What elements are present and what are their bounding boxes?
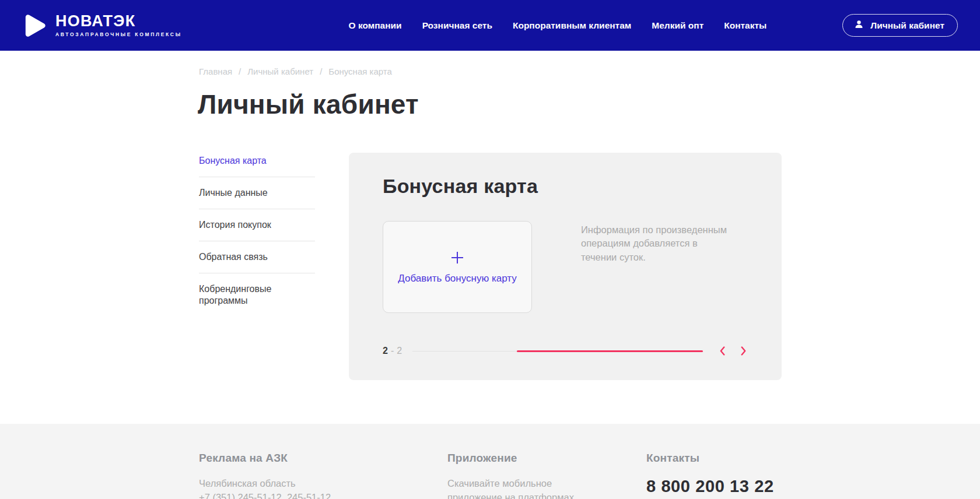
footer-contacts-phone[interactable]: 8 800 200 13 22 (646, 477, 980, 496)
pager-total: 2 (397, 346, 402, 356)
footer-app-title: Приложение (447, 452, 646, 465)
breadcrumb-separator: / (239, 66, 241, 76)
panel-title: Бонусная карта (383, 175, 749, 198)
page-title: Личный кабинет (198, 91, 980, 118)
bonus-card-panel: Бонусная карта Добавить бонусную карту И… (349, 153, 782, 380)
footer-ads-region: Челябинская область (199, 477, 447, 491)
user-icon (854, 19, 864, 31)
card-row: Добавить бонусную карту Информация по пр… (383, 221, 749, 313)
content-area: Бонусная карта Личные данные История пок… (199, 153, 980, 380)
sidebar-item-purchase-history[interactable]: История покупок (199, 209, 315, 241)
logo[interactable]: НОВАТЭК АВТОЗАПРАВОЧНЫЕ КОМПЛЕКСЫ (21, 12, 182, 39)
breadcrumb: Главная / Личный кабинет / Бонусная карт… (199, 66, 980, 76)
main-nav: О компании Розничная сеть Корпоративным … (349, 20, 767, 31)
chevron-right-icon[interactable] (736, 344, 750, 358)
sidebar-item-bonus-card[interactable]: Бонусная карта (199, 153, 315, 177)
breadcrumb-home[interactable]: Главная (199, 66, 232, 76)
top-header: НОВАТЭК АВТОЗАПРАВОЧНЫЕ КОМПЛЕКСЫ О комп… (0, 0, 980, 51)
account-button[interactable]: Личный кабинет (842, 14, 958, 37)
footer-ads-title: Реклама на АЗК (199, 452, 447, 465)
sidebar-item-personal-data[interactable]: Личные данные (199, 177, 315, 209)
pager-progress-fill (517, 350, 703, 352)
footer-column-contacts: Контакты 8 800 200 13 22 (646, 452, 980, 496)
pager-counter: 2 - 2 (383, 346, 402, 356)
card-pager: 2 - 2 (383, 344, 750, 358)
operations-info-text: Информация по произведенным операциям до… (581, 223, 732, 264)
logo-text: НОВАТЭК АВТОЗАПРАВОЧНЫЕ КОМПЛЕКСЫ (55, 13, 182, 37)
breadcrumb-account[interactable]: Личный кабинет (247, 66, 313, 76)
account-button-label: Личный кабинет (870, 20, 944, 31)
pager-separator: - (391, 346, 394, 356)
footer-app-line-1: Скачивайте мобильное (447, 477, 646, 491)
nav-item-wholesale[interactable]: Мелкий опт (652, 20, 704, 31)
page-footer: Реклама на АЗК Челябинская область +7 (3… (0, 424, 980, 499)
breadcrumb-bonus-card[interactable]: Бонусная карта (328, 66, 392, 76)
footer-column-ads: Реклама на АЗК Челябинская область +7 (3… (199, 452, 447, 499)
account-sidebar: Бонусная карта Личные данные История пок… (199, 153, 349, 317)
add-bonus-card-label: Добавить бонусную карту (398, 273, 516, 284)
nav-item-retail[interactable]: Розничная сеть (422, 20, 492, 31)
play-triangle-icon (21, 12, 47, 39)
pager-current: 2 (383, 346, 388, 356)
pager-progress (412, 350, 703, 352)
plus-icon (450, 250, 465, 265)
footer-contacts-title: Контакты (646, 452, 980, 465)
nav-item-about[interactable]: О компании (349, 20, 402, 31)
footer-ads-phone: +7 (351) 245-51-12, 245-51-12 (199, 491, 447, 499)
add-bonus-card-tile[interactable]: Добавить бонусную карту (383, 221, 532, 313)
breadcrumb-separator: / (320, 66, 322, 76)
nav-item-contacts[interactable]: Контакты (724, 20, 766, 31)
nav-item-corporate[interactable]: Корпоративным клиентам (513, 20, 631, 31)
sidebar-item-feedback[interactable]: Обратная связь (199, 241, 315, 273)
footer-column-app: Приложение Скачивайте мобильное приложен… (447, 452, 646, 499)
sidebar-item-cobranding[interactable]: Кобрендинговые программы (199, 273, 315, 317)
footer-app-line-2: приложение на платформах (447, 491, 646, 499)
pager-arrows (716, 344, 750, 358)
chevron-left-icon[interactable] (716, 344, 730, 358)
logo-subtitle: АВТОЗАПРАВОЧНЫЕ КОМПЛЕКСЫ (55, 31, 182, 37)
logo-title: НОВАТЭК (55, 13, 182, 29)
